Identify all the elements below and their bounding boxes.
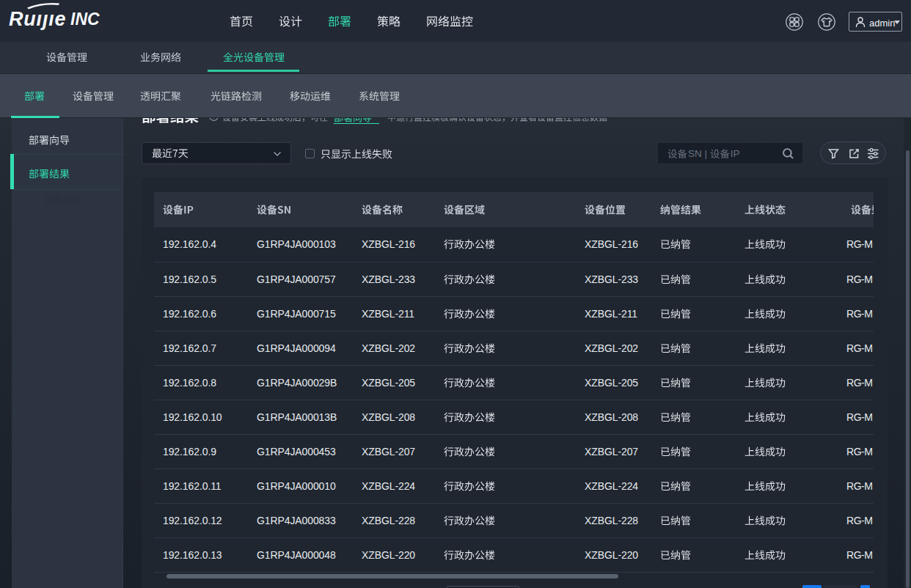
svg-text:INC: INC xyxy=(70,10,100,29)
svg-text:Ruıȷıe: Ruıȷıe xyxy=(9,8,66,30)
